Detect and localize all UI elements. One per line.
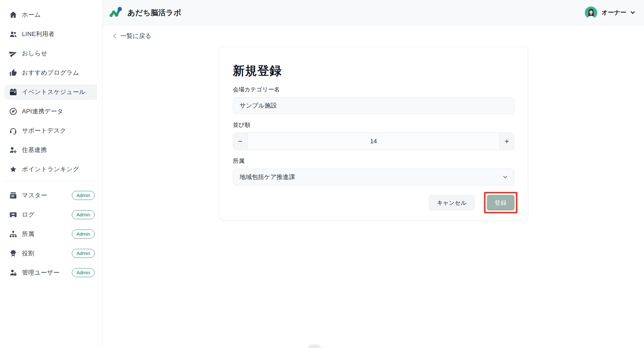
sidebar-item-label: イベントスケジュール <box>22 88 85 96</box>
app-root: ホーム LINE利用者 おしらせ <box>0 0 644 348</box>
paper-plane-icon <box>9 49 17 58</box>
user-menu[interactable]: オーナー <box>585 6 636 19</box>
increment-button[interactable]: + <box>500 133 514 150</box>
sidebar-item-label: 管理ユーザー <box>22 268 60 277</box>
sidebar-item-juki-link[interactable]: 住基連携 <box>4 142 97 158</box>
decrement-button[interactable]: − <box>233 133 247 150</box>
sidebar-item-label: ログ <box>22 211 35 219</box>
app-logo-icon <box>109 5 123 20</box>
sort-order-input[interactable] <box>247 133 500 150</box>
chevron-left-icon <box>112 33 118 39</box>
department-selected-value: 地域包括ケア推進課 <box>240 173 502 181</box>
role-badge-icon <box>9 249 17 258</box>
star-icon <box>9 165 17 174</box>
category-name-input[interactable] <box>233 97 514 114</box>
sidebar-item-label: ポイントランキング <box>22 165 79 174</box>
sitemap-icon <box>9 230 17 238</box>
sidebar: ホーム LINE利用者 おしらせ <box>0 0 103 348</box>
back-to-list-label: 一覧に戻る <box>120 32 151 40</box>
sidebar-item-label: 役割 <box>22 249 34 258</box>
sidebar-item-line-users[interactable]: LINE利用者 <box>4 26 97 42</box>
sidebar-item-admin-users[interactable]: 管理ユーザー Admin <box>4 265 97 280</box>
sidebar-item-department[interactable]: 所属 Admin <box>4 226 97 242</box>
sort-order-label: 並び順 <box>233 121 514 129</box>
log-icon <box>9 211 17 219</box>
sidebar-item-label: おしらせ <box>22 49 47 58</box>
server-icon <box>9 191 17 200</box>
top-header: あだち脳活ラボ <box>103 0 644 25</box>
plug-icon <box>9 107 17 116</box>
chevron-down-icon <box>630 9 636 16</box>
department-label: 所属 <box>233 157 514 165</box>
users-icon <box>9 30 17 38</box>
submit-button[interactable]: 登録 <box>487 195 515 211</box>
user-role-label: オーナー <box>601 8 626 17</box>
sidebar-item-news[interactable]: おしらせ <box>4 46 97 61</box>
department-select[interactable]: 地域包括ケア推進課 <box>233 169 514 185</box>
headset-icon <box>9 127 17 135</box>
sidebar-item-support-desk[interactable]: サポートデスク <box>4 123 97 138</box>
sidebar-item-role[interactable]: 役割 Admin <box>4 246 97 261</box>
user-gear-icon <box>9 146 17 154</box>
sidebar-item-api-data[interactable]: API連携データ <box>4 104 97 119</box>
sidebar-item-log[interactable]: ログ Admin <box>4 207 97 222</box>
admin-badge: Admin <box>72 268 95 277</box>
admin-badge: Admin <box>72 210 95 219</box>
sidebar-divider <box>5 181 97 181</box>
home-icon <box>9 11 17 19</box>
back-to-list-link[interactable]: 一覧に戻る <box>112 32 151 40</box>
sidebar-item-label: ホーム <box>22 11 41 19</box>
bottom-edge-artifact <box>308 344 321 348</box>
form-title: 新規登録 <box>233 63 514 79</box>
sort-order-stepper: − + <box>233 133 514 150</box>
sidebar-item-master[interactable]: マスター Admin <box>4 188 97 203</box>
sidebar-item-label: LINE利用者 <box>22 30 54 38</box>
cancel-button[interactable]: キャンセル <box>429 195 475 211</box>
admin-badge: Admin <box>72 230 95 239</box>
app-title: あだち脳活ラボ <box>128 8 181 18</box>
admin-user-icon <box>9 268 17 277</box>
sidebar-item-label: 所属 <box>22 230 34 238</box>
category-name-label: 会場カテゴリー名 <box>233 86 514 94</box>
thumbs-up-icon <box>9 69 17 77</box>
admin-badge: Admin <box>72 191 95 200</box>
admin-badge: Admin <box>72 249 95 258</box>
sidebar-item-label: おすすめプログラム <box>22 69 79 77</box>
sidebar-item-point-ranking[interactable]: ポイントランキング <box>4 162 97 177</box>
sidebar-item-label: 住基連携 <box>22 146 47 154</box>
registration-form-card: 新規登録 会場カテゴリー名 並び順 − + 所属 地域包括ケア推進課 キャンセル… <box>219 47 528 221</box>
app-brand: あだち脳活ラボ <box>109 5 181 20</box>
sidebar-item-event-schedule[interactable]: イベントスケジュール <box>4 84 97 100</box>
sidebar-item-home[interactable]: ホーム <box>4 7 97 23</box>
form-actions: キャンセル 登録 <box>233 192 517 213</box>
chevron-down-icon <box>502 174 508 180</box>
sidebar-item-label: API連携データ <box>22 107 63 116</box>
sidebar-item-label: マスター <box>22 191 47 200</box>
calendar-icon <box>9 88 17 96</box>
annotation-highlight-box: 登録 <box>484 192 517 213</box>
sidebar-item-label: サポートデスク <box>22 127 66 135</box>
user-avatar <box>585 6 597 19</box>
sidebar-item-recommended-programs[interactable]: おすすめプログラム <box>4 65 97 80</box>
